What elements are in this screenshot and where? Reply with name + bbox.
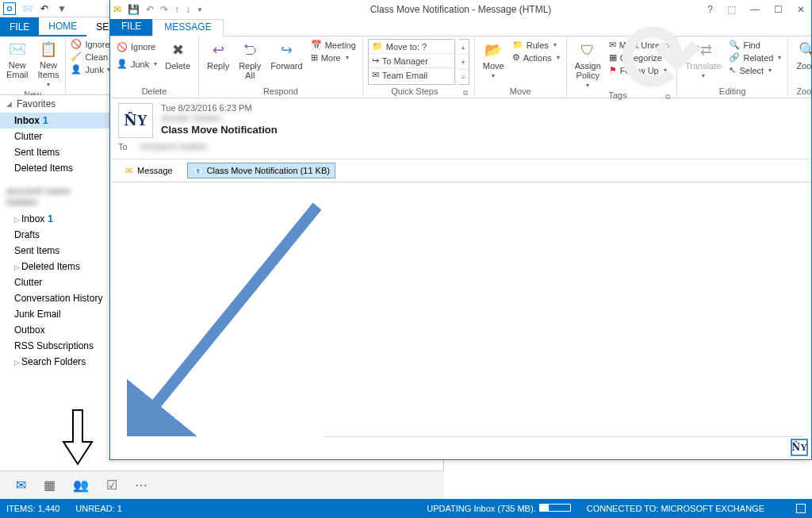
prev-item-icon[interactable]: ↑ xyxy=(174,4,179,15)
close-button[interactable]: ✕ xyxy=(794,4,808,15)
nav-deleted-fav[interactable]: Deleted Items xyxy=(0,160,109,176)
actions-icon: ⚙ xyxy=(512,52,520,63)
clean-icon: 🧹 xyxy=(71,52,82,62)
msg-tab-file[interactable]: FILE xyxy=(110,19,152,36)
msg-qat-dropdown-icon[interactable]: ▼ xyxy=(197,6,203,13)
categorize-icon: ▦ xyxy=(609,52,617,63)
actions-button[interactable]: ⚙Actions▾ xyxy=(511,52,561,63)
nav-inbox[interactable]: ▷Inbox1 xyxy=(0,211,109,227)
tags-launcher-icon[interactable]: ⧉ xyxy=(664,93,672,102)
group-tags-label: Tags xyxy=(572,90,664,102)
nav-sent-fav[interactable]: Sent Items xyxy=(0,144,109,160)
reply-button[interactable]: ↩Reply xyxy=(204,39,232,82)
mail-qat-icon: ✉ xyxy=(113,4,121,15)
mark-unread-button[interactable]: ✉Mark Unread xyxy=(607,39,672,51)
nav-inbox-fav[interactable]: Inbox1 xyxy=(0,113,109,129)
ignore-button-main[interactable]: 🚫Ignore xyxy=(69,38,111,50)
group-respond-label: Respond xyxy=(204,86,358,98)
status-square-icon[interactable] xyxy=(796,504,806,513)
move-folder-icon: 📂 xyxy=(484,40,503,59)
group-zoom-label: Zoom xyxy=(793,86,812,98)
more-respond-button[interactable]: ⊞More▾ xyxy=(309,52,358,63)
nav-junk[interactable]: Junk Email xyxy=(0,306,109,322)
outlook-app-icon: O xyxy=(3,2,16,15)
clean-button[interactable]: 🧹Clean xyxy=(69,51,111,63)
email-attachment-icon: 📧 xyxy=(193,165,204,176)
qs-team-email[interactable]: ✉Team Email xyxy=(369,68,454,82)
message-to: recipient hidden xyxy=(140,141,208,152)
zoom-button[interactable]: 🔍Zoom xyxy=(793,39,812,72)
meeting-icon: 📅 xyxy=(311,40,322,50)
send-receive-icon[interactable]: 📨 xyxy=(21,2,33,15)
switch-mail-icon[interactable]: ✉ xyxy=(16,478,26,493)
ribbon-options-icon[interactable]: ⬚ xyxy=(724,4,739,15)
forward-button[interactable]: ↪Forward xyxy=(267,39,305,82)
progress-bar xyxy=(539,504,571,512)
nav-search-folders[interactable]: ▷Search Folders xyxy=(0,354,109,370)
maximize-button[interactable]: ☐ xyxy=(771,4,786,15)
switch-calendar-icon[interactable]: ▦ xyxy=(44,478,56,493)
status-unread: UNREAD: 1 xyxy=(75,504,122,513)
group-move-label: Move xyxy=(480,86,561,98)
switch-people-icon[interactable]: 👥 xyxy=(73,478,89,493)
qat-dropdown-icon[interactable]: ▼ xyxy=(56,2,68,15)
qs-scroll[interactable]: ▴▾≡ xyxy=(458,39,469,85)
undo-msg-icon[interactable]: ↶ xyxy=(146,4,154,15)
help-icon[interactable]: ? xyxy=(704,4,716,15)
qs-to-manager[interactable]: ↪To Manager xyxy=(369,54,454,68)
translate-button[interactable]: ᵃ⇄Translate▾ xyxy=(682,39,724,81)
nav-deleted[interactable]: ▷Deleted Items xyxy=(0,259,109,274)
rules-button[interactable]: 📁Rules▾ xyxy=(511,39,561,51)
delete-button[interactable]: ✖Delete xyxy=(162,39,193,72)
followup-button[interactable]: ⚑Follow Up▾ xyxy=(607,64,672,76)
quick-steps-gallery[interactable]: 📁Move to: ? ↪To Manager ✉Team Email xyxy=(368,39,455,85)
switch-tasks-icon[interactable]: ☑ xyxy=(106,478,117,493)
attachment-tab-message[interactable]: ✉ Message xyxy=(118,163,178,178)
contact-photo-icon[interactable]: N̂Y xyxy=(791,439,808,456)
minimize-button[interactable]: — xyxy=(747,4,763,15)
nav-clutter-fav[interactable]: Clutter xyxy=(0,129,109,144)
nav-conversation-history[interactable]: Conversation History xyxy=(0,290,109,306)
next-item-icon[interactable]: ↓ xyxy=(186,4,190,15)
switch-more-icon[interactable]: ⋯ xyxy=(135,478,147,493)
window-title: Class Move Notification - Message (HTML) xyxy=(370,4,552,15)
select-button[interactable]: ↖Select▾ xyxy=(727,64,783,76)
save-icon[interactable]: 💾 xyxy=(128,4,140,15)
junk-button-main[interactable]: 👤Junk▾ xyxy=(69,63,111,75)
team-icon: ✉ xyxy=(372,70,379,80)
junk-icon-msg: 👤 xyxy=(117,59,128,69)
new-email-button[interactable]: ✉️New Email xyxy=(3,38,32,90)
assign-policy-button[interactable]: 🛡Assign Policy▾ xyxy=(572,39,604,90)
related-button[interactable]: 🔗Related▾ xyxy=(727,52,783,63)
forward-icon: ↪ xyxy=(277,40,296,59)
nav-clutter[interactable]: Clutter xyxy=(0,274,109,290)
flag-icon: ⚑ xyxy=(609,65,617,75)
meeting-button[interactable]: 📅Meeting xyxy=(309,39,358,51)
attachment-item[interactable]: 📧 Class Move Notification (11 KB) xyxy=(187,163,335,178)
tab-file[interactable]: FILE xyxy=(0,17,39,36)
account-name[interactable]: account name hidden xyxy=(0,182,109,211)
redo-msg-icon[interactable]: ↷ xyxy=(160,4,168,15)
ignore-button[interactable]: 🚫Ignore xyxy=(115,41,159,53)
msg-tab-message[interactable]: MESSAGE xyxy=(152,19,223,36)
nav-outbox[interactable]: Outbox xyxy=(0,322,109,338)
move-button[interactable]: 📂Move▾ xyxy=(480,39,508,81)
delete-x-icon: ✖ xyxy=(168,40,187,59)
junk-button[interactable]: 👤Junk▾ xyxy=(115,58,159,70)
tab-home[interactable]: HOME xyxy=(39,17,86,36)
favorites-header[interactable]: ◢Favorites xyxy=(0,95,109,113)
qs-move-to[interactable]: 📁Move to: ? xyxy=(369,40,454,54)
quicksteps-launcher-icon[interactable]: ⧉ xyxy=(462,89,469,98)
more-icon: ⊞ xyxy=(311,52,318,63)
undo-icon[interactable]: ↶ xyxy=(38,2,51,15)
items-icon: 📋 xyxy=(39,40,58,59)
nav-sent[interactable]: Sent Items xyxy=(0,243,109,259)
ignore-icon-msg: 🚫 xyxy=(117,42,128,52)
nav-drafts[interactable]: Drafts xyxy=(0,227,109,243)
nav-rss[interactable]: RSS Subscriptions xyxy=(0,338,109,354)
reply-all-button[interactable]: ⮌Reply All xyxy=(236,39,264,82)
zoom-icon: 🔍 xyxy=(798,40,812,59)
find-button[interactable]: 🔍Find xyxy=(727,39,783,51)
categorize-button[interactable]: ▦Categorize▾ xyxy=(607,52,672,63)
new-items-button[interactable]: 📋New Items▾ xyxy=(35,38,63,90)
